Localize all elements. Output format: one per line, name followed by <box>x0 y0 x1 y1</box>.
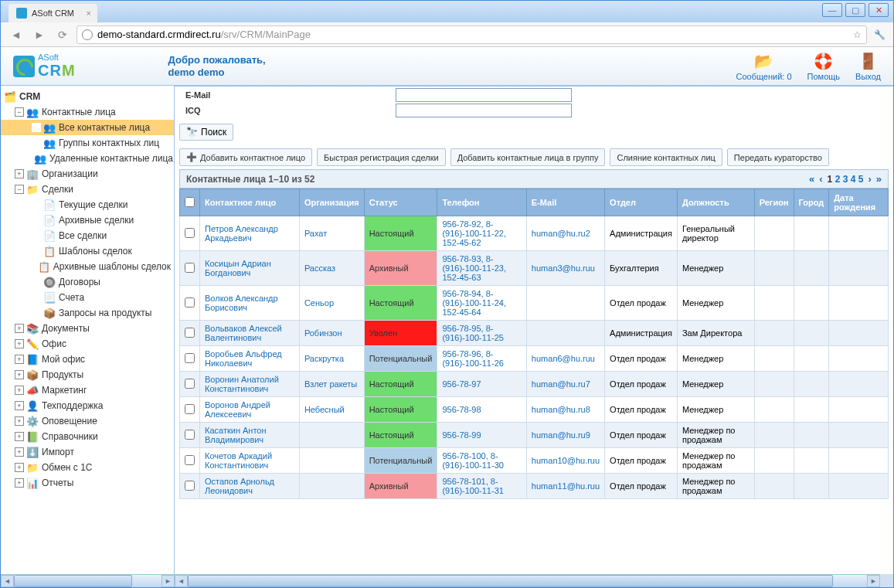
exit-link[interactable]: 🚪 Выход <box>855 52 881 81</box>
tree-toggle-icon[interactable]: + <box>15 478 24 488</box>
cell-org[interactable]: Рассказ <box>299 251 364 286</box>
cell-email[interactable]: human6@hu.ruu <box>526 346 604 372</box>
pager-last[interactable]: » <box>876 173 882 185</box>
cell-phone[interactable]: 956-78-101, 8-(916)-100-11-31 <box>437 474 526 499</box>
row-checkbox[interactable] <box>185 379 195 389</box>
merge-contacts-button[interactable]: Слияние контактных лиц <box>610 148 722 166</box>
cell-name[interactable]: Косицын Адриан Богданович <box>200 251 300 286</box>
cell-email[interactable]: human3@hu.ruu <box>526 251 604 286</box>
pager-next[interactable]: › <box>868 173 871 185</box>
tree-toggle-icon[interactable]: + <box>15 386 24 395</box>
row-checkbox[interactable] <box>185 481 195 491</box>
pager-prev[interactable]: ‹ <box>819 173 822 185</box>
tree-root-crm[interactable]: 🗂️ CRM <box>1 89 174 104</box>
sidebar-item[interactable]: +📚Документы <box>1 321 174 336</box>
minimize-button[interactable]: — <box>822 3 842 17</box>
column-header[interactable]: Город <box>794 189 829 216</box>
sidebar-subitem[interactable]: 👥Группы контактных лиц <box>1 135 174 151</box>
cell-phone[interactable]: 956-78-98 <box>437 397 526 423</box>
cell-name[interactable]: Волков Александр Борисович <box>200 286 300 321</box>
cell-org[interactable]: Взлет ракеты <box>299 372 364 397</box>
cell-name[interactable]: Воронов Андрей Алексеевич <box>200 397 300 423</box>
column-header[interactable]: Организация <box>299 189 364 216</box>
cell-name[interactable]: Петров Александр Аркадьевич <box>200 216 300 251</box>
pager-page[interactable]: 5 <box>858 174 864 185</box>
sidebar-hscroll[interactable]: ◄ ► <box>1 574 175 587</box>
help-link[interactable]: 🛟 Помощь <box>807 52 841 81</box>
row-checkbox[interactable] <box>185 404 195 414</box>
row-checkbox[interactable] <box>185 353 195 363</box>
pager-page[interactable]: 3 <box>843 174 848 185</box>
tree-toggle-icon[interactable]: − <box>15 185 24 194</box>
cell-name[interactable]: Кочетов Аркадий Константинович <box>200 448 300 474</box>
settings-icon[interactable]: 🔧 <box>872 27 887 42</box>
cell-email[interactable]: human@hu.ru7 <box>526 372 604 397</box>
browser-tab[interactable]: ASoft CRM × <box>8 4 97 22</box>
sidebar-subitem[interactable]: 📦Запросы на продукты <box>1 305 174 321</box>
close-button[interactable]: ✕ <box>869 3 889 17</box>
cell-name[interactable]: Касаткин Антон Владимирович <box>200 423 300 448</box>
pager-page[interactable]: 4 <box>851 174 856 185</box>
messages-link[interactable]: 📂 Сообщений: 0 <box>736 52 791 81</box>
cell-email[interactable]: human10@hu.ruu <box>526 448 604 474</box>
scroll-right-icon[interactable]: ► <box>161 575 175 587</box>
cell-name[interactable]: Воробьев Альфред Николаевич <box>200 346 300 372</box>
sidebar-item[interactable]: +🏢Организации <box>1 166 174 182</box>
sidebar-subitem[interactable]: 📄Все сделки <box>1 228 174 243</box>
tree-toggle-icon[interactable]: + <box>15 355 24 364</box>
cell-phone[interactable]: 956-78-100, 8-(916)-100-11-30 <box>437 448 526 474</box>
row-checkbox[interactable] <box>185 297 195 308</box>
forward-button[interactable]: ► <box>30 25 49 44</box>
scroll-left-icon[interactable]: ◄ <box>175 575 188 587</box>
cell-email[interactable]: human@hu.ru2 <box>526 216 604 251</box>
cell-phone[interactable]: 956-78-93, 8-(916)-100-11-23, 152-45-63 <box>437 251 526 286</box>
cell-org[interactable]: Небесный <box>299 397 364 423</box>
sidebar-item[interactable]: −👥Контактные лица <box>1 104 174 120</box>
column-header[interactable]: Отдел <box>605 189 678 216</box>
tree-toggle-icon[interactable]: + <box>15 370 24 379</box>
tree-toggle-icon[interactable]: + <box>15 339 24 348</box>
sidebar-item[interactable]: +✏️Офис <box>1 336 174 352</box>
cell-org[interactable] <box>299 423 364 448</box>
cell-email[interactable] <box>526 321 604 346</box>
cell-email[interactable]: human@hu.ru9 <box>526 423 604 448</box>
tree-toggle-icon[interactable]: + <box>15 432 24 441</box>
cell-org[interactable]: Робинзон <box>299 321 364 346</box>
cell-org[interactable] <box>299 474 364 499</box>
tab-close-icon[interactable]: × <box>87 8 91 18</box>
add-to-group-button[interactable]: Добавить контактные лица в группу <box>450 148 606 166</box>
sidebar-item[interactable]: +📣Маркетинг <box>1 382 174 398</box>
pager-page[interactable]: 2 <box>835 174 841 185</box>
cell-phone[interactable]: 956-78-94, 8-(916)-100-11-24, 152-45-64 <box>437 286 526 321</box>
cell-name[interactable]: Воронин Анатолий Константинович <box>200 372 300 397</box>
cell-phone[interactable]: 956-78-99 <box>437 423 526 448</box>
cell-email[interactable] <box>526 286 604 321</box>
cell-phone[interactable]: 956-78-96, 8-(916)-100-11-26 <box>437 346 526 372</box>
filter-icq-input[interactable] <box>396 104 572 117</box>
app-logo[interactable]: ASoft CRM <box>13 53 76 80</box>
tree-toggle-icon[interactable]: + <box>15 169 24 178</box>
pager-page[interactable]: 1 <box>828 174 833 185</box>
sidebar-item[interactable]: +📘Мой офис <box>1 352 174 367</box>
row-checkbox[interactable] <box>185 328 195 338</box>
row-checkbox[interactable] <box>185 455 195 465</box>
sidebar-item[interactable]: +📁Обмен с 1С <box>1 460 174 475</box>
sidebar-subitem[interactable]: 📄Архивные сделки <box>1 212 174 228</box>
sidebar-subitem[interactable]: 👥Удаленные контактные лица <box>1 151 174 166</box>
maximize-button[interactable]: ▢ <box>845 3 865 17</box>
main-hscroll[interactable]: ◄ ► <box>175 574 880 587</box>
column-header[interactable]: Телефон <box>437 189 526 216</box>
sidebar-item[interactable]: +👤Техподдержка <box>1 398 174 413</box>
cell-org[interactable]: Рахат <box>299 216 364 251</box>
pager-first[interactable]: « <box>809 173 814 185</box>
cell-name[interactable]: Остапов Арнольд Леонидович <box>200 474 300 499</box>
add-contact-button[interactable]: ➕Добавить контактное лицо <box>179 148 312 166</box>
sidebar-subitem[interactable]: 📄Текущие сделки <box>1 197 174 212</box>
sidebar-item[interactable]: +⚙️Оповещение <box>1 413 174 429</box>
sidebar-subitem[interactable]: 🔘Договоры <box>1 274 174 290</box>
cell-org[interactable]: Сеньор <box>299 286 364 321</box>
cell-email[interactable]: human11@hu.ruu <box>526 474 604 499</box>
scroll-right-icon[interactable]: ► <box>867 575 880 587</box>
filter-email-input[interactable] <box>396 88 572 102</box>
sidebar-item[interactable]: +📦Продукты <box>1 367 174 382</box>
